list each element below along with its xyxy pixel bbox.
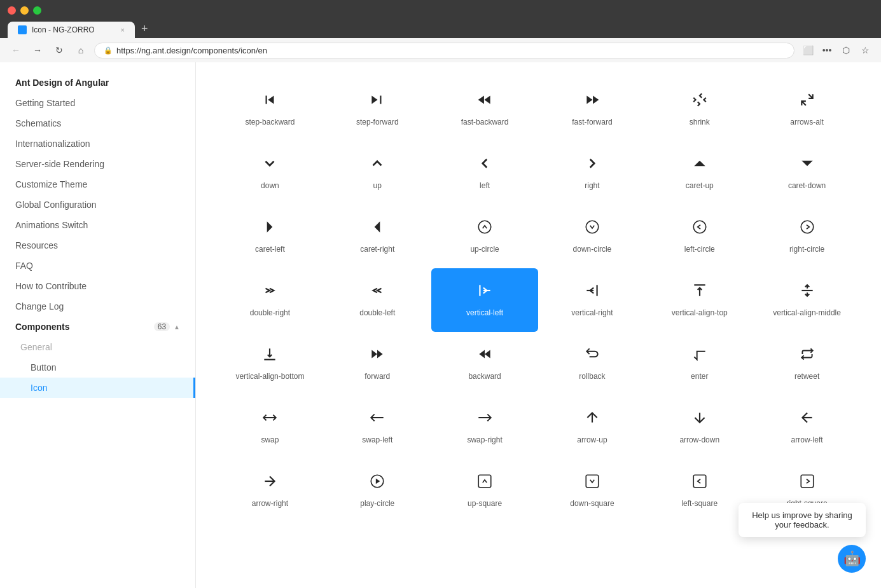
- minimize-window-button[interactable]: [20, 6, 29, 15]
- icon-cell-shrink[interactable]: shrink: [646, 78, 753, 141]
- tab-favicon: [18, 25, 27, 34]
- icon-cell-swap-right[interactable]: swap-right: [431, 395, 539, 459]
- down-circle-icon: [584, 219, 600, 238]
- reader-mode-button[interactable]: ⬜: [800, 42, 816, 58]
- caret-right-label: caret-right: [360, 244, 394, 255]
- sidebar-item-resources[interactable]: Resources: [0, 235, 195, 256]
- more-button[interactable]: •••: [819, 42, 835, 58]
- icon-cell-vertical-left[interactable]: vertical-left: [431, 268, 539, 332]
- icon-cell-caret-down[interactable]: caret-down: [753, 141, 861, 205]
- icon-cell-forward[interactable]: forward: [324, 332, 431, 395]
- svg-rect-35: [801, 475, 814, 488]
- vertical-right-icon: [584, 282, 600, 301]
- sidebar-item-change-log[interactable]: Change Log: [0, 296, 195, 317]
- back-button[interactable]: ←: [8, 42, 24, 58]
- icon-cell-right-circle[interactable]: right-circle: [753, 205, 861, 268]
- left-icon: [476, 155, 493, 174]
- icon-cell-vertical-align-bottom[interactable]: vertical-align-bottom: [216, 332, 324, 395]
- arrows-alt-icon: [799, 92, 815, 111]
- icon-cell-left-square[interactable]: left-square: [646, 459, 753, 523]
- icon-cell-arrow-down[interactable]: arrow-down: [646, 395, 753, 459]
- tab-close-button[interactable]: ×: [121, 26, 125, 34]
- icon-cell-up-square[interactable]: up-square: [431, 459, 539, 523]
- active-tab[interactable]: Icon - NG-ZORRO ×: [8, 22, 135, 38]
- rollback-icon: [584, 346, 600, 365]
- icon-cell-caret-up[interactable]: caret-up: [646, 141, 753, 205]
- icon-cell-arrow-up[interactable]: arrow-up: [538, 395, 646, 459]
- components-badge: 63: [154, 322, 170, 331]
- close-window-button[interactable]: [8, 6, 16, 15]
- icon-cell-retweet[interactable]: retweet: [753, 332, 861, 395]
- icon-cell-left[interactable]: left: [431, 141, 539, 205]
- svg-marker-21: [485, 350, 490, 358]
- left-circle-label: left-circle: [684, 244, 715, 255]
- icon-cell-arrow-right[interactable]: arrow-right: [216, 459, 324, 523]
- bookmark-button[interactable]: ☆: [857, 42, 873, 58]
- icon-cell-arrows-alt[interactable]: arrows-alt: [753, 78, 861, 141]
- sidebar-item-customize-theme[interactable]: Customize Theme: [0, 174, 195, 195]
- icon-cell-up[interactable]: up: [324, 141, 431, 205]
- svg-point-6: [693, 221, 706, 233]
- sidebar-item-global-configuration[interactable]: Global Configuration: [0, 195, 195, 215]
- maximize-window-button[interactable]: [33, 6, 41, 15]
- address-bar[interactable]: 🔒 https://ng.ant.design/components/icon/…: [94, 43, 794, 58]
- icon-cell-caret-left[interactable]: caret-left: [216, 205, 324, 268]
- step-backward-icon: [261, 92, 278, 111]
- tab-title: Icon - NG-ZORRO: [32, 25, 95, 34]
- icon-cell-rollback[interactable]: rollback: [538, 332, 646, 395]
- icon-cell-swap[interactable]: swap: [216, 395, 324, 459]
- right-circle-label: right-circle: [789, 244, 824, 255]
- icon-cell-down-circle[interactable]: down-circle: [538, 205, 646, 268]
- icon-cell-down[interactable]: down: [216, 141, 324, 205]
- up-circle-label: up-circle: [470, 244, 499, 255]
- sidebar-components-section[interactable]: Components 63 ▲: [0, 317, 195, 337]
- icon-cell-fast-backward[interactable]: fast-backward: [431, 78, 539, 141]
- sidebar-item-getting-started[interactable]: Getting Started: [0, 93, 195, 113]
- icon-cell-down-square[interactable]: down-square: [538, 459, 646, 523]
- backward-icon: [476, 346, 493, 365]
- sidebar-item-general[interactable]: General: [0, 337, 195, 357]
- pocket-button[interactable]: ⬡: [838, 42, 854, 58]
- svg-rect-33: [586, 475, 599, 488]
- vertical-align-top-icon: [691, 282, 708, 301]
- icon-cell-play-circle[interactable]: play-circle: [324, 459, 431, 523]
- home-button[interactable]: ⌂: [73, 42, 89, 58]
- icon-cell-fast-forward[interactable]: fast-forward: [538, 78, 646, 141]
- new-tab-button[interactable]: +: [136, 20, 153, 38]
- rollback-label: rollback: [579, 371, 605, 382]
- reload-button[interactable]: ↻: [51, 42, 67, 58]
- down-square-label: down-square: [570, 498, 614, 509]
- icon-cell-up-circle[interactable]: up-circle: [431, 205, 539, 268]
- sidebar-item-schematics[interactable]: Schematics: [0, 113, 195, 133]
- icon-cell-swap-left[interactable]: swap-left: [324, 395, 431, 459]
- icon-cell-right[interactable]: right: [538, 141, 646, 205]
- icon-cell-double-left[interactable]: double-left: [324, 268, 431, 332]
- caret-up-icon: [691, 155, 708, 174]
- sidebar-item-animations-switch[interactable]: Animations Switch: [0, 215, 195, 235]
- icon-cell-vertical-align-middle[interactable]: vertical-align-middle: [753, 268, 861, 332]
- icon-cell-double-right[interactable]: double-right: [216, 268, 324, 332]
- sidebar-item-internationalization[interactable]: Internationalization: [0, 133, 195, 154]
- icon-cell-enter[interactable]: enter: [646, 332, 753, 395]
- icon-cell-vertical-align-top[interactable]: vertical-align-top: [646, 268, 753, 332]
- sidebar-item-how-to-contribute[interactable]: How to Contribute: [0, 276, 195, 296]
- icon-cell-arrow-left[interactable]: arrow-left: [753, 395, 861, 459]
- swap-label: swap: [261, 435, 279, 446]
- up-square-label: up-square: [468, 498, 502, 509]
- icon-cell-step-forward[interactable]: step-forward: [324, 78, 431, 141]
- sidebar-item-faq[interactable]: FAQ: [0, 256, 195, 276]
- icon-cell-caret-right[interactable]: caret-right: [324, 205, 431, 268]
- sidebar-brand[interactable]: Ant Design of Angular: [0, 72, 195, 93]
- icon-cell-vertical-right[interactable]: vertical-right: [538, 268, 646, 332]
- browser-addressbar: ← → ↻ ⌂ 🔒 https://ng.ant.design/componen…: [0, 38, 881, 62]
- sidebar-item-server-side-rendering[interactable]: Server-side Rendering: [0, 154, 195, 174]
- icon-cell-step-backward[interactable]: step-backward: [216, 78, 324, 141]
- feedback-bot-button[interactable]: 🤖: [838, 545, 866, 573]
- arrow-right-icon: [261, 473, 278, 492]
- icon-cell-backward[interactable]: backward: [431, 332, 539, 395]
- forward-button[interactable]: →: [29, 42, 46, 58]
- double-left-icon: [369, 282, 385, 301]
- sidebar-item-button[interactable]: Button: [0, 357, 195, 378]
- sidebar-item-icon[interactable]: Icon: [0, 378, 195, 398]
- icon-cell-left-circle[interactable]: left-circle: [646, 205, 753, 268]
